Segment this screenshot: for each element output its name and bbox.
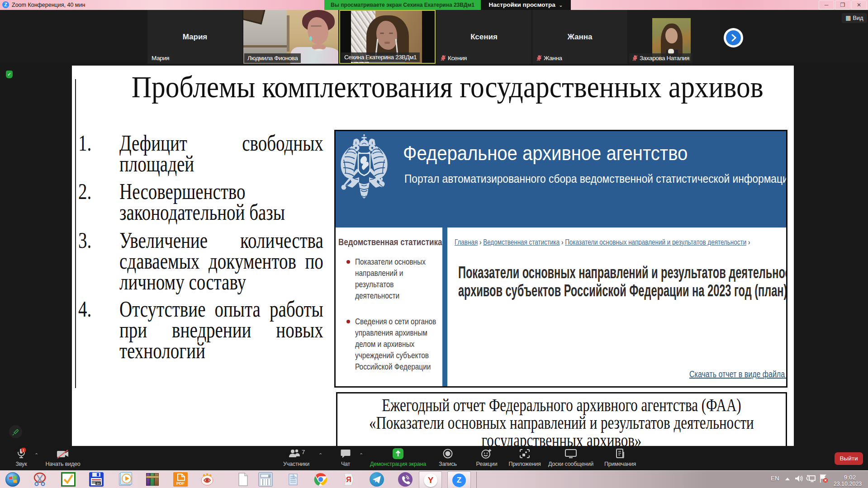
svg-text:PDF: PDF — [176, 481, 185, 486]
svg-text:7: 7 — [302, 449, 305, 455]
svg-text:!: ! — [23, 448, 24, 453]
svg-text:Я: Я — [346, 476, 351, 483]
